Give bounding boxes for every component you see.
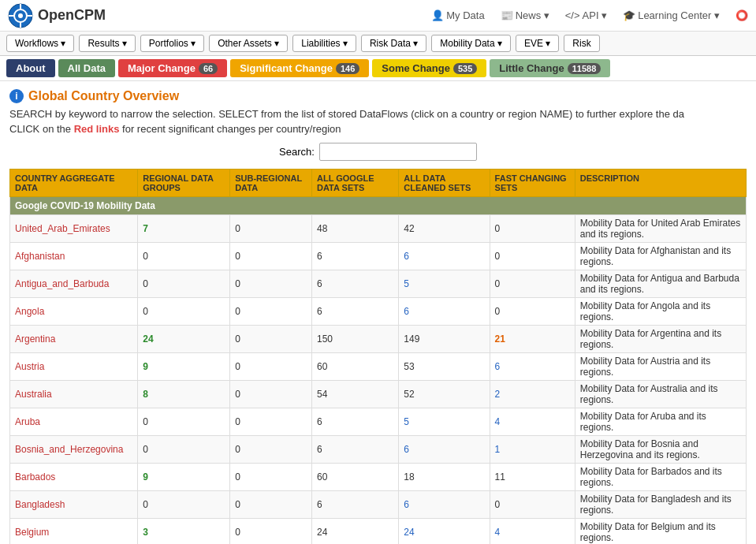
country-cell[interactable]: Bosnia_and_Herzegovina [10,436,138,464]
google-cell: 150 [312,326,399,353]
google-cell: 24 [312,519,399,545]
google-cell: 6 [312,270,399,298]
mydata-link[interactable]: 👤 My Data [431,9,484,21]
results-btn[interactable]: Results ▾ [79,35,135,52]
search-row: Search: [9,143,747,161]
fast-cell: 4 [490,519,575,545]
regional-cell: 0 [138,270,230,298]
search-input[interactable] [319,143,477,161]
country-cell[interactable]: Angola [10,298,138,326]
country-cell[interactable]: Barbados [10,464,138,491]
user-icon: 👤 [431,9,444,21]
cleaned-cell: 42 [399,215,490,243]
google-cell: 54 [312,381,399,408]
regional-cell: 3 [138,519,230,545]
col-fast: FAST CHANGING SETS [490,170,575,197]
country-cell[interactable]: Bangladesh [10,491,138,519]
fast-cell: 1 [490,436,575,464]
major-change-count: 66 [199,63,218,74]
col-google: ALL GOOGLE DATA SETS [312,170,399,197]
country-cell[interactable]: United_Arab_Emirates [10,215,138,243]
regional-cell: 9 [138,464,230,491]
fast-cell: 2 [490,381,575,408]
table-row: Bosnia_and_Herzegovina00661Mobility Data… [10,436,747,464]
learning-center-link[interactable]: 🎓 Learning Center ▾ [623,9,720,21]
google-cell: 6 [312,491,399,519]
regional-cell: 7 [138,215,230,243]
top-navigation: OpenCPM 👤 My Data 📰 News ▾ </> API ▾ 🎓 L… [0,0,756,32]
user-circle-icon: ⭕ [736,9,748,21]
little-change-count: 11588 [568,63,601,74]
description-cell: Mobility Data for Argentina and its regi… [575,326,746,353]
api-icon: </> [565,9,580,21]
description-cell: Mobility Data for Austria and its region… [575,353,746,381]
subregional-cell: 0 [230,491,312,519]
risk-data-btn[interactable]: Risk Data ▾ [361,35,426,52]
subregional-cell: 0 [230,436,312,464]
tab-about[interactable]: About [6,59,55,77]
subregional-cell: 0 [230,243,312,270]
google-cell: 60 [312,353,399,381]
table-row: Barbados90601811Mobility Data for Barbad… [10,464,747,491]
regional-cell: 0 [138,298,230,326]
regional-cell: 24 [138,326,230,353]
country-cell[interactable]: Australia [10,381,138,408]
col-subregional: SUB-REGIONAL DATA [230,170,312,197]
description-1: SEARCH by keyword to narrow the selectio… [9,108,747,120]
subregional-cell: 0 [230,464,312,491]
table-row: Aruba00654Mobility Data for Aruba and it… [10,408,747,436]
cleaned-cell: 6 [399,298,490,326]
app-logo[interactable]: OpenCPM [8,3,106,28]
risk-btn[interactable]: Risk [564,35,599,52]
subregional-cell: 0 [230,326,312,353]
country-cell[interactable]: Afghanistan [10,243,138,270]
portfolios-btn[interactable]: Portfolios ▾ [140,35,204,52]
tab-bar: About All Data Major Change 66 Significa… [0,56,756,81]
graduation-icon: 🎓 [623,9,635,21]
search-label: Search: [279,146,315,158]
tab-major-change[interactable]: Major Change 66 [118,59,227,77]
red-links-label: Red links [74,123,120,135]
cleaned-cell: 149 [399,326,490,353]
liabilities-btn[interactable]: Liabilities ▾ [292,35,356,52]
fast-cell: 6 [490,353,575,381]
cleaned-cell: 52 [399,381,490,408]
tab-significant-change[interactable]: Significant Change 146 [230,59,369,77]
api-link[interactable]: </> API ▾ [565,9,607,21]
workflows-btn[interactable]: Workflows ▾ [6,35,74,52]
news-icon: 📰 [501,9,513,21]
description-cell: Mobility Data for United Arab Emirates a… [575,215,746,243]
main-content: i Global Country Overview SEARCH by keyw… [0,81,756,544]
section-title: i Global Country Overview [9,89,747,103]
description-cell: Mobility Data for Belgium and its region… [575,519,746,545]
country-cell[interactable]: Argentina [10,326,138,353]
mobility-data-btn[interactable]: Mobility Data ▾ [431,35,511,52]
google-cell: 60 [312,464,399,491]
table-row: Australia8054522Mobility Data for Austra… [10,381,747,408]
user-menu-link[interactable]: ⭕ [736,9,748,21]
subregional-cell: 0 [230,353,312,381]
tab-some-change[interactable]: Some Change 535 [372,59,486,77]
description-cell: Mobility Data for Australia and its regi… [575,381,746,408]
description-cell: Mobility Data for Barbados and its regio… [575,464,746,491]
eve-btn[interactable]: EVE ▾ [516,35,559,52]
country-cell[interactable]: Austria [10,353,138,381]
description-cell: Mobility Data for Aruba and its regions. [575,408,746,436]
table-row: Argentina24015014921Mobility Data for Ar… [10,326,747,353]
country-cell[interactable]: Belgium [10,519,138,545]
tab-all-data[interactable]: All Data [58,59,115,77]
google-cell: 6 [312,243,399,270]
description-cell: Mobility Data for Afghanistan and its re… [575,243,746,270]
subregional-cell: 0 [230,215,312,243]
group-row: Google COVID-19 Mobility Data [10,197,747,215]
tab-little-change[interactable]: Little Change 11588 [490,59,610,77]
app-name: OpenCPM [38,7,106,24]
country-cell[interactable]: Aruba [10,408,138,436]
significant-change-count: 146 [336,63,359,74]
subregional-cell: 0 [230,519,312,545]
news-link[interactable]: 📰 News ▾ [501,9,549,21]
other-assets-btn[interactable]: Other Assets ▾ [209,35,288,52]
fast-cell: 21 [490,326,575,353]
regional-cell: 0 [138,408,230,436]
country-cell[interactable]: Antigua_and_Barbuda [10,270,138,298]
